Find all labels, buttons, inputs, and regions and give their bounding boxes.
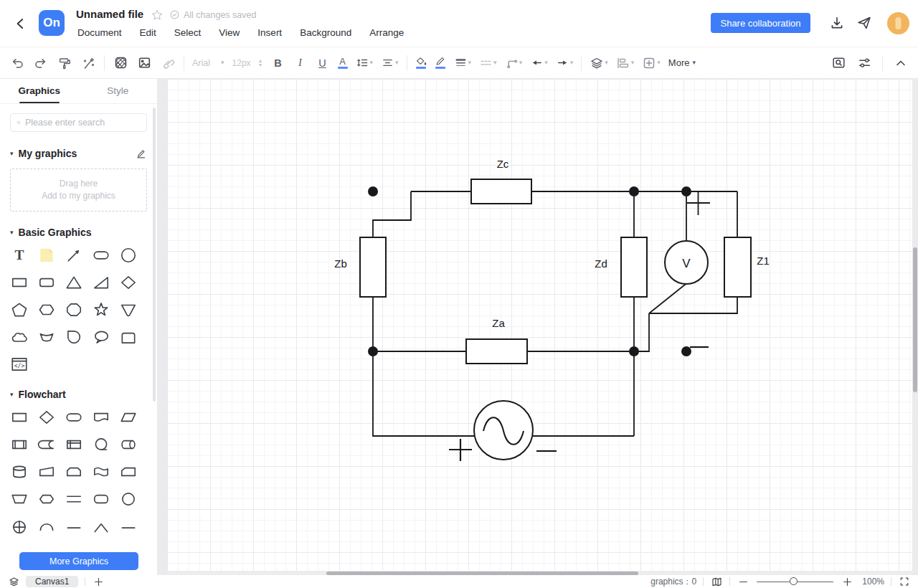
star-icon[interactable] <box>151 9 164 22</box>
menu-view[interactable]: View <box>219 27 240 38</box>
shape-diamond[interactable] <box>119 273 138 292</box>
bold-button[interactable]: B <box>271 57 285 69</box>
more-menu[interactable]: More ▾ <box>668 57 696 68</box>
label-z1[interactable]: Z1 <box>757 255 770 267</box>
line-color-button[interactable] <box>435 57 446 69</box>
shape-internal-storage[interactable] <box>65 435 83 454</box>
fill-color-button[interactable] <box>415 57 427 69</box>
shape-line[interactable] <box>65 517 83 536</box>
background-pattern-icon[interactable] <box>113 55 128 71</box>
shape-data[interactable] <box>119 408 138 427</box>
horizontal-scrollbar[interactable] <box>326 572 638 575</box>
font-size-stepper[interactable]: 12px ▲▼ <box>232 58 263 68</box>
canvas-area[interactable]: V Zc Zb Za Zd Z1 <box>158 79 918 575</box>
shape-stored-data[interactable] <box>37 435 56 454</box>
shape-collate[interactable] <box>92 517 110 536</box>
send-icon[interactable] <box>856 15 872 31</box>
menu-background[interactable]: Background <box>300 27 351 38</box>
shape-cone[interactable] <box>119 300 138 319</box>
collapse-toolbar-icon[interactable] <box>893 55 909 71</box>
my-graphics-dropzone[interactable]: Drag here Add to my graphics <box>10 169 147 212</box>
zoom-in-icon[interactable] <box>841 575 853 588</box>
menu-document[interactable]: Document <box>77 27 122 38</box>
ac-source[interactable] <box>449 401 557 461</box>
basic-graphics-header[interactable]: ▾ Basic Graphics <box>10 227 147 238</box>
text-align-button[interactable]: ▾ <box>381 56 399 70</box>
impedance-za[interactable] <box>466 339 527 364</box>
shape-sequential-data[interactable] <box>92 435 110 454</box>
adjust-sliders-icon[interactable] <box>856 55 872 71</box>
arrow-end-button[interactable]: ▾ <box>556 56 574 70</box>
circuit-wires[interactable] <box>373 191 737 436</box>
my-graphics-header[interactable]: ▾ My graphics <box>10 147 147 159</box>
fullscreen-icon[interactable] <box>898 575 911 588</box>
line-height-button[interactable]: ▾ <box>356 56 374 70</box>
label-zc[interactable]: Zc <box>497 158 509 170</box>
shape-teardrop[interactable] <box>65 328 83 346</box>
collapse-caret-icon[interactable]: ▾ <box>10 229 14 236</box>
insert-image-icon[interactable] <box>136 55 152 71</box>
shape-punched-card[interactable] <box>119 463 138 481</box>
avatar[interactable] <box>887 12 909 34</box>
shape-terminator[interactable] <box>65 408 83 427</box>
menu-edit[interactable]: Edit <box>140 27 156 38</box>
label-zd[interactable]: Zd <box>595 257 607 270</box>
flowchart-header[interactable]: ▾ Flowchart <box>10 389 147 400</box>
shape-direct-data[interactable] <box>119 435 138 454</box>
shape-or-junction[interactable] <box>10 517 29 536</box>
collapse-caret-icon[interactable]: ▾ <box>10 150 14 157</box>
zoom-out-icon[interactable] <box>737 575 749 588</box>
shape-line-2[interactable] <box>119 517 138 536</box>
file-title[interactable]: Unnamed file <box>76 8 143 20</box>
more-graphics-button[interactable]: More Graphics <box>19 552 138 570</box>
menu-insert[interactable]: Insert <box>257 27 282 38</box>
tab-graphics[interactable]: Graphics <box>0 79 79 103</box>
shape-rounded-rectangle[interactable] <box>37 273 56 292</box>
shape-text[interactable]: T <box>10 246 29 265</box>
shape-predefined-process[interactable] <box>10 435 29 454</box>
line-style-button[interactable]: ▾ <box>479 56 497 70</box>
menu-arrange[interactable]: Arrange <box>369 27 404 38</box>
shape-pentagon[interactable] <box>10 300 29 319</box>
zoom-slider[interactable] <box>757 577 833 587</box>
shape-manual-operation[interactable] <box>10 490 29 508</box>
format-painter-icon[interactable] <box>57 55 72 71</box>
menu-select[interactable]: Select <box>174 27 202 38</box>
shape-hexagon[interactable] <box>37 300 56 319</box>
share-collaboration-button[interactable]: Share collaboration <box>711 13 810 33</box>
arrow-start-button[interactable]: ▾ <box>530 56 548 70</box>
shape-octagon[interactable] <box>65 300 83 319</box>
shape-paper-tape[interactable] <box>92 463 110 481</box>
italic-button[interactable]: I <box>293 57 308 69</box>
shape-decision[interactable] <box>37 408 56 427</box>
app-logo[interactable]: On <box>39 10 65 36</box>
tab-style[interactable]: Style <box>79 79 158 103</box>
minimap-icon[interactable] <box>710 575 723 588</box>
vertical-scrollbar[interactable] <box>913 247 917 392</box>
shape-half-circle[interactable] <box>37 517 56 536</box>
layers-button[interactable]: ▾ <box>590 56 608 70</box>
shape-manual-input[interactable] <box>37 463 56 481</box>
sidebar-scrollbar[interactable] <box>153 108 156 402</box>
find-replace-icon[interactable] <box>831 55 846 71</box>
connector-type-button[interactable]: ▾ <box>505 56 523 70</box>
undo-icon[interactable] <box>9 55 25 71</box>
shape-triangle[interactable] <box>65 273 83 292</box>
circuit-diagram[interactable]: V Zc Zb Za Zd Z1 <box>158 79 918 575</box>
shape-callout[interactable] <box>92 328 110 346</box>
shape-arc-shape[interactable] <box>37 328 56 346</box>
collapse-caret-icon[interactable]: ▾ <box>10 391 14 398</box>
beautify-pen-icon[interactable] <box>80 55 96 71</box>
search-input[interactable] <box>25 118 141 128</box>
line-width-button[interactable]: ▾ <box>454 56 472 70</box>
shape-search[interactable] <box>10 113 147 132</box>
shape-connector[interactable] <box>119 490 138 508</box>
back-icon[interactable] <box>13 16 29 32</box>
shape-document[interactable] <box>92 408 110 427</box>
label-zb[interactable]: Zb <box>334 257 347 270</box>
shape-loop-limit[interactable] <box>65 463 83 481</box>
download-icon[interactable] <box>829 15 845 31</box>
impedance-zb[interactable] <box>360 237 386 297</box>
impedance-z1[interactable] <box>724 237 751 297</box>
plus-marker[interactable] <box>687 192 710 215</box>
